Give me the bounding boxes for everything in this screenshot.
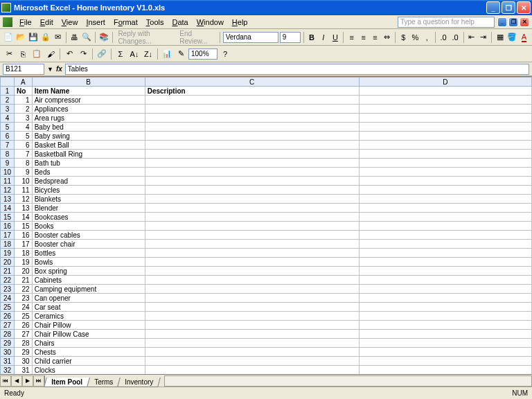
preview-icon[interactable]: 🔍	[81, 31, 92, 44]
cell[interactable]: Clocks	[32, 366, 145, 375]
cell[interactable]	[145, 150, 359, 159]
row-header[interactable]: 31	[1, 357, 15, 366]
cell[interactable]: 12	[14, 195, 32, 204]
cell[interactable]	[359, 159, 531, 168]
row-header[interactable]: 30	[1, 348, 15, 357]
cell[interactable]: 26	[14, 321, 32, 330]
col-header-C[interactable]: C	[145, 78, 359, 87]
merge-icon[interactable]: ⇔	[382, 31, 392, 44]
minimize-button[interactable]: _	[486, 1, 500, 14]
select-all-corner[interactable]	[1, 78, 15, 87]
cell[interactable]	[145, 231, 359, 240]
cell[interactable]	[359, 168, 531, 177]
cell[interactable]: 10	[14, 177, 32, 186]
row-header[interactable]: 21	[1, 267, 15, 276]
format-painter-icon[interactable]: 🖌	[44, 48, 57, 60]
tab-inventory[interactable]: Inventory	[117, 378, 161, 387]
cell[interactable]	[145, 204, 359, 213]
cell[interactable]: Bottles	[32, 249, 145, 258]
row-header[interactable]: 27	[1, 321, 15, 330]
menu-file[interactable]: File	[15, 17, 36, 28]
cell[interactable]	[145, 312, 359, 321]
comma-icon[interactable]: ,	[422, 31, 432, 44]
cell[interactable]: 19	[14, 258, 32, 267]
cut-icon[interactable]: ✂	[3, 48, 15, 60]
cell[interactable]: Chair Pillow	[32, 321, 145, 330]
cell[interactable]	[359, 339, 531, 348]
row-header[interactable]: 6	[1, 132, 15, 141]
print-icon[interactable]: 🖶	[69, 31, 80, 44]
row-header[interactable]: 22	[1, 276, 15, 285]
cell[interactable]	[145, 339, 359, 348]
cell[interactable]: 8	[14, 159, 32, 168]
row-header[interactable]: 16	[1, 222, 15, 231]
cell[interactable]	[145, 240, 359, 249]
cell[interactable]: Chests	[32, 348, 145, 357]
align-left-icon[interactable]: ≡	[346, 31, 357, 44]
cell[interactable]	[145, 285, 359, 294]
cell[interactable]	[359, 141, 531, 150]
cell[interactable]	[359, 96, 531, 105]
tab-item-pool[interactable]: Item Pool	[44, 378, 90, 387]
row-header[interactable]: 24	[1, 294, 15, 303]
cell[interactable]: Appliances	[32, 105, 145, 114]
save-icon[interactable]: 💾	[28, 31, 39, 44]
row-header[interactable]: 28	[1, 330, 15, 339]
cell[interactable]: Cabinets	[32, 276, 145, 285]
row-header[interactable]: 23	[1, 285, 15, 294]
cell[interactable]	[359, 249, 531, 258]
cell[interactable]	[359, 330, 531, 339]
permission-icon[interactable]: 🔒	[40, 31, 51, 44]
row-header[interactable]: 3	[1, 105, 15, 114]
currency-icon[interactable]: $	[398, 31, 409, 44]
cell[interactable]: 14	[14, 213, 32, 222]
cell[interactable]: Beds	[32, 168, 145, 177]
cell[interactable]: 3	[14, 114, 32, 123]
cell[interactable]	[145, 168, 359, 177]
row-header[interactable]: 9	[1, 159, 15, 168]
row-header[interactable]: 17	[1, 231, 15, 240]
cell[interactable]	[359, 258, 531, 267]
help-icon[interactable]: ?	[219, 48, 231, 60]
cell[interactable]	[145, 213, 359, 222]
redo-icon[interactable]: ↷	[77, 48, 89, 60]
cell[interactable]	[145, 357, 359, 366]
cell[interactable]: Baby swing	[32, 132, 145, 141]
cell[interactable]	[145, 258, 359, 267]
cell[interactable]	[145, 114, 359, 123]
cell[interactable]: 21	[14, 276, 32, 285]
cell[interactable]	[145, 177, 359, 186]
cell[interactable]	[359, 285, 531, 294]
cell[interactable]	[359, 222, 531, 231]
cell[interactable]	[359, 123, 531, 132]
font-size-selector[interactable]	[280, 32, 301, 43]
row-header[interactable]: 1	[1, 87, 15, 96]
cell[interactable]: Bookcases	[32, 213, 145, 222]
row-header[interactable]: 11	[1, 177, 15, 186]
cell[interactable]: 17	[14, 240, 32, 249]
col-header-A[interactable]: A	[14, 78, 32, 87]
cell[interactable]: Blender	[32, 204, 145, 213]
cell[interactable]: 15	[14, 222, 32, 231]
cell[interactable]: 18	[14, 249, 32, 258]
menu-format[interactable]: Format	[109, 17, 142, 28]
cell[interactable]	[145, 249, 359, 258]
row-header[interactable]: 14	[1, 204, 15, 213]
cell[interactable]: 2	[14, 105, 32, 114]
cell[interactable]	[359, 87, 531, 96]
cell[interactable]	[145, 348, 359, 357]
cell[interactable]	[359, 303, 531, 312]
cell[interactable]	[145, 105, 359, 114]
menu-insert[interactable]: Insert	[82, 17, 109, 28]
cell[interactable]: Baby bed	[32, 123, 145, 132]
align-right-icon[interactable]: ≡	[370, 31, 380, 44]
cell[interactable]	[145, 123, 359, 132]
cell[interactable]: Books	[32, 222, 145, 231]
cell[interactable]: Camping equipment	[32, 285, 145, 294]
cell[interactable]	[359, 114, 531, 123]
cell[interactable]	[359, 312, 531, 321]
drawing-icon[interactable]: ✎	[175, 48, 187, 60]
cell[interactable]: Ceramics	[32, 312, 145, 321]
new-icon[interactable]: 📄	[3, 31, 14, 44]
cell[interactable]: 6	[14, 141, 32, 150]
